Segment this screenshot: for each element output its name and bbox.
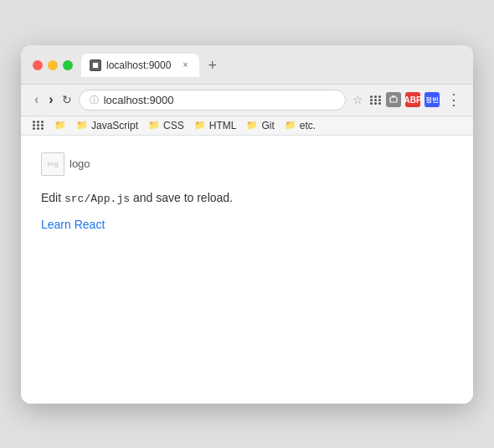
new-tab-button[interactable]: + [204, 56, 220, 75]
forward-button[interactable]: › [47, 90, 54, 109]
user-ext-icon[interactable]: 정빈 [425, 92, 440, 107]
bookmark-html[interactable]: 📁 HTML [194, 120, 237, 131]
logo-image: img [41, 152, 64, 176]
url-bar[interactable]: ⓘ localhost:9000 [79, 90, 346, 111]
folder-icon: 📁 [54, 120, 66, 131]
tab-favicon [90, 59, 101, 71]
traffic-lights [33, 60, 73, 70]
browser-window: localhost:9000 × + ‹ › ↻ ⓘ localhost:900… [21, 45, 473, 404]
page-content: img logo Edit src/App.js and save to rel… [21, 136, 473, 404]
screen-ext-icon[interactable] [386, 92, 401, 107]
learn-react-link[interactable]: Learn React [41, 218, 105, 231]
lock-icon: ⓘ [90, 94, 99, 106]
svg-rect-1 [93, 63, 98, 68]
maximize-button[interactable] [63, 60, 73, 70]
tab-close-button[interactable]: × [179, 59, 191, 71]
tab-label: localhost:9000 [106, 59, 171, 71]
folder-icon: 📁 [148, 120, 160, 131]
apps-icon[interactable] [370, 95, 382, 105]
url-text: localhost:9000 [104, 94, 174, 106]
minimize-button[interactable] [48, 60, 58, 70]
close-button[interactable] [33, 60, 43, 70]
abp-icon[interactable]: ABP [405, 92, 420, 107]
active-tab[interactable]: localhost:9000 × [81, 54, 199, 77]
bookmarks-bar: 📁 📁 JavaScript 📁 CSS 📁 HTML 📁 Git 📁 etc. [21, 116, 473, 136]
folder-icon: 📁 [76, 120, 88, 131]
back-button[interactable]: ‹ [33, 90, 40, 109]
description-code: src/App.js [64, 193, 130, 205]
logo-text: logo [69, 157, 90, 170]
bookmark-label: Git [261, 120, 274, 131]
bookmark-label: CSS [163, 120, 184, 131]
bookmark-label: HTML [209, 120, 237, 131]
extensions-area: ABP 정빈 [370, 92, 440, 107]
reload-button[interactable]: ↻ [62, 93, 72, 106]
folder-icon: 📁 [285, 120, 296, 131]
bookmark-label: JavaScript [91, 120, 138, 131]
address-bar: ‹ › ↻ ⓘ localhost:9000 ☆ ABP [21, 85, 473, 116]
svg-rect-3 [393, 95, 395, 97]
bookmark-git[interactable]: 📁 Git [246, 120, 274, 131]
apps-grid-icon [33, 121, 44, 130]
svg-rect-2 [390, 97, 397, 102]
browser-menu-button[interactable]: ⋮ [446, 90, 461, 109]
bookmark-label: etc. [300, 120, 316, 131]
page-logo: img logo [41, 152, 453, 176]
description-after: and save to reload. [130, 191, 233, 204]
description-before: Edit [41, 191, 64, 204]
folder-icon: 📁 [194, 120, 206, 131]
bookmark-star-button[interactable]: ☆ [352, 93, 363, 106]
bookmark-css[interactable]: 📁 CSS [148, 120, 184, 131]
bookmark-javascript[interactable]: 📁 JavaScript [76, 120, 138, 131]
title-bar: localhost:9000 × + [21, 45, 473, 85]
bookmark-etc[interactable]: 📁 etc. [285, 120, 316, 131]
apps-launcher[interactable] [33, 121, 44, 130]
tab-bar: localhost:9000 × + [81, 54, 461, 77]
address-actions: ☆ ABP 정빈 ⋮ [352, 90, 461, 109]
folder-icon: 📁 [246, 120, 258, 131]
page-description: Edit src/App.js and save to reload. [41, 189, 453, 208]
bookmark-reading-list[interactable]: 📁 [54, 120, 66, 131]
